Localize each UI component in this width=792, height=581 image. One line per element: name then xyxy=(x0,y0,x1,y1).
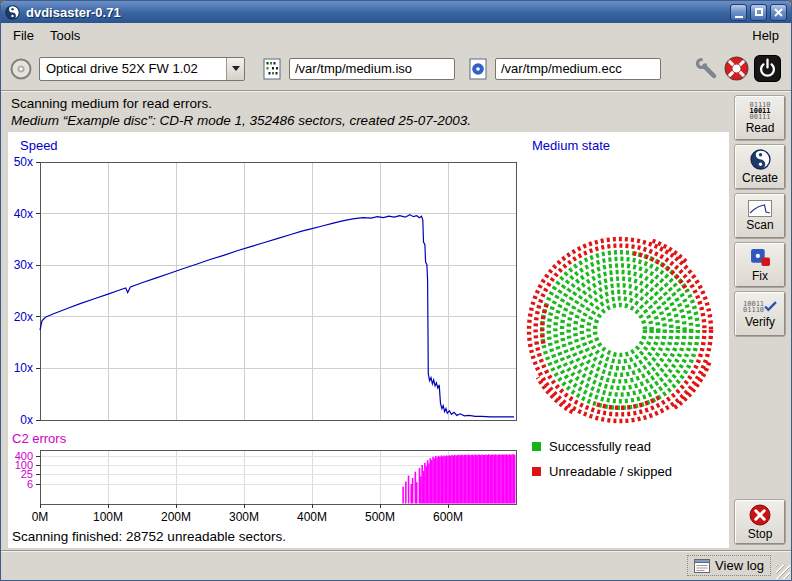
svg-text:100M: 100M xyxy=(93,510,123,524)
svg-text:300M: 300M xyxy=(229,510,259,524)
svg-text:20x: 20x xyxy=(14,310,33,324)
scan-result-text: Scanning finished: 28752 unreadable sect… xyxy=(12,529,286,544)
svg-text:0x: 0x xyxy=(20,413,33,427)
view-log-button[interactable]: View log xyxy=(687,555,771,576)
chevron-down-icon xyxy=(232,66,240,71)
preferences-button[interactable] xyxy=(693,55,721,83)
read-button[interactable]: 01110 10011 00111 Read xyxy=(735,96,785,140)
statusbar: View log xyxy=(1,550,791,580)
binary-check-icon: 10011 01110 xyxy=(743,300,777,314)
svg-text:400M: 400M xyxy=(297,510,327,524)
drive-selector[interactable]: Optical drive 52X FW 1.02 xyxy=(39,57,245,81)
minimize-button[interactable] xyxy=(730,4,747,21)
app-icon xyxy=(5,5,20,20)
svg-text:50x: 50x xyxy=(14,155,33,169)
svg-text:400: 400 xyxy=(15,450,33,462)
svg-text:0M: 0M xyxy=(32,510,49,524)
close-button[interactable] xyxy=(770,4,787,21)
wrench-icon xyxy=(695,57,719,81)
read-ok-swatch xyxy=(532,442,541,451)
svg-text:200M: 200M xyxy=(161,510,191,524)
unreadable-swatch xyxy=(532,467,541,476)
stop-button[interactable]: Stop xyxy=(735,500,785,544)
create-button[interactable]: Create xyxy=(735,145,785,189)
legend-read-ok-label: Successfully read xyxy=(549,439,651,454)
status-area: Scanning medium for read errors. Medium … xyxy=(1,92,729,132)
puzzle-fix-icon xyxy=(750,247,771,268)
svg-text:40x: 40x xyxy=(14,207,33,221)
power-icon xyxy=(754,55,781,82)
medium-state-title: Medium state xyxy=(532,138,610,153)
menu-tools[interactable]: Tools xyxy=(42,25,88,46)
maximize-icon xyxy=(755,8,763,16)
action-sidebar: 01110 10011 00111 Read Create xyxy=(729,92,791,550)
quit-button[interactable] xyxy=(752,53,783,84)
legend-unreadable-label: Unreadable / skipped xyxy=(549,464,672,479)
iso-file-icon xyxy=(259,58,285,80)
fix-button[interactable]: Fix xyxy=(735,243,785,287)
lifebuoy-icon xyxy=(723,55,750,82)
svg-text:10x: 10x xyxy=(14,361,33,375)
drive-selector-value: Optical drive 52X FW 1.02 xyxy=(40,58,226,80)
menubar: File Tools Help xyxy=(1,23,791,47)
ecc-path-input[interactable] xyxy=(495,58,661,80)
drive-icon-button[interactable] xyxy=(7,55,35,83)
menu-file[interactable]: File xyxy=(5,25,42,46)
binary-read-icon: 01110 10011 00111 xyxy=(749,102,770,120)
app-window: dvdisaster-0.71 File Tools Help Optical … xyxy=(0,0,792,581)
resize-grip[interactable] xyxy=(776,565,790,579)
scan-graph-icon xyxy=(748,200,772,217)
drive-disc-icon xyxy=(9,57,33,81)
svg-text:500M: 500M xyxy=(365,510,395,524)
drive-selector-dropdown-button[interactable] xyxy=(226,58,244,80)
iso-path-input[interactable] xyxy=(289,58,455,80)
svg-text:600M: 600M xyxy=(433,510,463,524)
titlebar[interactable]: dvdisaster-0.71 xyxy=(1,1,791,23)
yin-yang-icon xyxy=(750,149,771,170)
maximize-button[interactable] xyxy=(750,4,767,21)
window-title: dvdisaster-0.71 xyxy=(26,5,727,20)
toolbar: Optical drive 52X FW 1.02 xyxy=(1,47,791,90)
scan-canvas: 0x10x20x30x40x50x6251004000M100M200M300M… xyxy=(8,132,729,548)
log-window-icon xyxy=(694,559,710,573)
help-button[interactable] xyxy=(721,53,752,84)
c2-errors-title: C2 errors xyxy=(12,431,66,446)
charts-svg: 0x10x20x30x40x50x6251004000M100M200M300M… xyxy=(8,132,729,548)
scan-button[interactable]: Scan xyxy=(735,194,785,238)
medium-info: Medium “Example disc”: CD-R mode 1, 3524… xyxy=(11,113,729,128)
legend-unreadable: Unreadable / skipped xyxy=(532,464,672,479)
status-heading: Scanning medium for read errors. xyxy=(11,96,729,111)
svg-text:30x: 30x xyxy=(14,258,33,272)
minimize-icon xyxy=(735,16,743,18)
ecc-file-icon xyxy=(465,58,491,80)
speed-chart-title: Speed xyxy=(20,138,58,153)
verify-button[interactable]: 10011 01110 Verify xyxy=(735,292,785,336)
legend-successfully-read: Successfully read xyxy=(532,439,651,454)
menu-help[interactable]: Help xyxy=(744,25,787,46)
close-icon xyxy=(774,8,783,17)
stop-x-icon xyxy=(749,504,771,526)
